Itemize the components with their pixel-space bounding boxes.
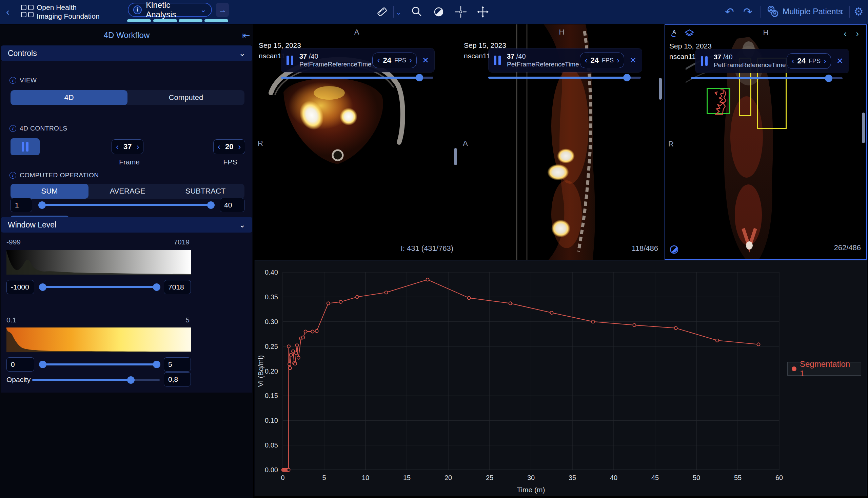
collapse-panel-icon[interactable]: ⇤: [242, 30, 250, 41]
series-next-chevron-icon[interactable]: ›: [856, 28, 859, 39]
opacity-input[interactable]: 0,8: [164, 372, 191, 386]
pause-icon[interactable]: [287, 56, 293, 65]
patient-prev-chevron-icon[interactable]: ‹: [840, 6, 843, 17]
close-icon[interactable]: ✕: [422, 56, 429, 65]
svg-text:10: 10: [362, 474, 369, 481]
range-start-handle[interactable]: [38, 201, 46, 209]
undo-icon[interactable]: ↶: [725, 5, 734, 18]
zoom-tool-icon[interactable]: [410, 5, 423, 18]
range-end-handle[interactable]: [207, 201, 215, 209]
pet-high-input[interactable]: 5: [164, 357, 191, 371]
ct-range-min-label: -999: [6, 238, 21, 246]
measure-dropdown-chevron-icon[interactable]: ⌄: [396, 9, 401, 16]
ct-low-input[interactable]: -1000: [6, 280, 34, 294]
range-end-input[interactable]: 40: [220, 198, 245, 212]
pet-low-handle[interactable]: [39, 361, 47, 368]
orientation-marker-side: R: [258, 139, 263, 148]
view-option-4d[interactable]: 4D: [11, 90, 128, 105]
pan-tool-icon[interactable]: [476, 5, 489, 18]
svg-text:50: 50: [693, 474, 700, 481]
close-icon[interactable]: ✕: [630, 56, 636, 65]
pet-high-handle[interactable]: [153, 361, 160, 368]
fps-stepper: ‹ 20 ›: [213, 139, 245, 154]
chart-legend[interactable]: Segmentation 1: [787, 362, 861, 376]
mode-select-dropdown[interactable]: i Kinetic Analysis ⌄: [128, 3, 212, 17]
fps-value[interactable]: 20: [225, 142, 233, 151]
top-bar: ‹ Open Health Imaging Foundation i Kinet…: [0, 0, 868, 24]
orientation-marker-top: H: [559, 28, 565, 37]
fps-increment-icon[interactable]: ›: [824, 57, 826, 65]
fps-decrement-icon[interactable]: ‹: [584, 56, 587, 64]
fps-increment-icon[interactable]: ›: [617, 56, 619, 64]
back-chevron-icon[interactable]: ‹: [6, 6, 10, 18]
fps-decrement-icon[interactable]: ‹: [791, 57, 794, 65]
svg-text:0.05: 0.05: [265, 441, 278, 449]
mode-select-value: Kinetic Analysis: [146, 0, 200, 19]
fps-increment-icon[interactable]: ›: [238, 143, 241, 151]
stack-scrollbar[interactable]: [454, 148, 457, 165]
multiple-patients-icon[interactable]: [766, 4, 780, 19]
frame-slider[interactable]: [488, 74, 641, 81]
pet-low-input[interactable]: 0: [6, 357, 34, 371]
operation-average[interactable]: AVERAGE: [89, 184, 167, 199]
fps-unit: FPS: [809, 57, 820, 65]
window-level-panel-header[interactable]: Window Level ⌄: [1, 217, 252, 233]
viewport-axial[interactable]: A R Sep 15, 2023 nscan11 37 /40 PetFrame…: [255, 24, 459, 260]
view-option-computed[interactable]: Computed: [128, 90, 245, 105]
svg-text:45: 45: [651, 474, 659, 481]
time-activity-chart[interactable]: 0510152025303540455055600.000.050.100.15…: [255, 260, 867, 496]
ct-high-handle[interactable]: [153, 284, 160, 291]
stack-scrollbar[interactable]: [862, 113, 865, 143]
controls-panel-header[interactable]: Controls ⌄: [1, 45, 252, 61]
close-icon[interactable]: ✕: [837, 56, 843, 66]
crosshairs-tool-icon[interactable]: [454, 5, 467, 18]
kinetic-analysis-app: ‹ Open Health Imaging Foundation i Kinet…: [0, 0, 868, 498]
frame-counter: 37 /40: [714, 53, 786, 61]
opacity-handle[interactable]: [127, 376, 135, 384]
frame-decrement-icon[interactable]: ‹: [116, 143, 119, 151]
redo-icon[interactable]: ↷: [743, 5, 752, 18]
pause-button[interactable]: [11, 138, 40, 155]
fps-decrement-icon[interactable]: ‹: [218, 143, 220, 151]
frame-slider[interactable]: [281, 74, 433, 81]
toolbar-divider: [849, 6, 850, 18]
pet-histogram: [6, 327, 191, 353]
pause-icon[interactable]: [494, 56, 501, 65]
frame-stepper: ‹ 37 ›: [111, 139, 143, 154]
viewport-coronal-active[interactable]: A ‹ › H R Sep 15, 2023 nscan11 37 /40 Pe…: [665, 24, 867, 260]
operation-sum[interactable]: SUM: [11, 184, 89, 199]
frame-slider[interactable]: [691, 75, 843, 82]
operation-subtract[interactable]: SUBTRACT: [167, 184, 245, 199]
frame-counter: 37 /40: [507, 52, 579, 60]
ct-low-handle[interactable]: [39, 284, 47, 291]
slice-index-info: I: 431 (431/763): [401, 244, 453, 253]
svg-text:0.25: 0.25: [265, 343, 278, 350]
layers-icon[interactable]: [684, 28, 694, 39]
fps-decrement-icon[interactable]: ‹: [377, 56, 380, 64]
patient-switcher-label[interactable]: Multiple Patients: [782, 7, 842, 16]
info-icon: i: [10, 172, 16, 179]
panel-title: 4D Workflow: [0, 30, 253, 40]
ct-range-max-label: 7019: [174, 238, 189, 246]
dimension-tag: PetFrameReferenceTime: [299, 60, 372, 68]
time-activity-chart-panel[interactable]: 0510152025303540455055600.000.050.100.15…: [255, 260, 867, 496]
orientation-rotate-icon[interactable]: A: [669, 28, 680, 39]
cine-overlay-panel: 37 /40 PetFrameReferenceTime ‹ 24 FPS › …: [695, 49, 849, 73]
window-level-quick-icon[interactable]: [669, 245, 679, 254]
frame-value[interactable]: 37: [123, 142, 132, 151]
frame-increment-icon[interactable]: ›: [136, 143, 139, 151]
stack-scrollbar[interactable]: [659, 78, 662, 100]
svg-text:5: 5: [322, 474, 326, 481]
range-start-input[interactable]: 1: [11, 198, 32, 212]
legend-series-color-dot: [792, 366, 797, 371]
settings-gear-icon[interactable]: ⚙: [854, 5, 864, 18]
ct-high-input[interactable]: 7018: [164, 280, 191, 294]
measure-ruler-icon[interactable]: [376, 5, 389, 18]
window-level-tool-icon[interactable]: [432, 5, 445, 18]
roi-rectangle-green[interactable]: [707, 88, 730, 114]
next-stage-button[interactable]: →: [216, 3, 229, 17]
viewport-sagittal[interactable]: H A Sep 15, 2023 nscan11 37 /40 PetFrame…: [460, 24, 663, 260]
series-prev-chevron-icon[interactable]: ‹: [844, 28, 847, 39]
pause-icon[interactable]: [701, 56, 708, 66]
fps-increment-icon[interactable]: ›: [409, 56, 412, 64]
